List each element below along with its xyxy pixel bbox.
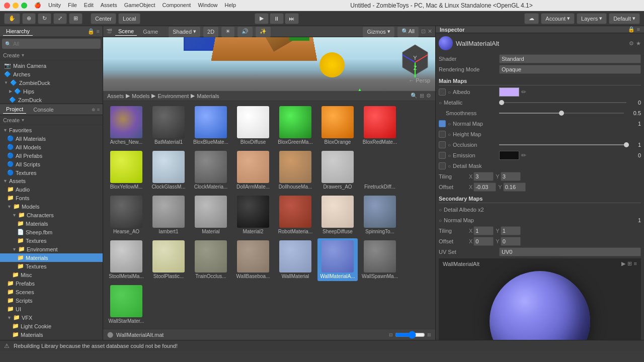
sec-offset-y-input[interactable] xyxy=(501,237,521,246)
asset-item-sheep[interactable]: SheepDiffuse xyxy=(317,194,358,236)
assets-path-segment[interactable]: Models xyxy=(132,93,149,99)
occlusion-checkbox[interactable] xyxy=(439,141,446,148)
tree-item-light-cookie[interactable]: 📁 Light Cookie xyxy=(0,322,103,330)
play-button[interactable]: ▶ xyxy=(255,13,269,24)
cloud-btn[interactable]: ☁ xyxy=(524,13,539,24)
asset-item-hearse[interactable]: Hearse_AO xyxy=(106,194,146,236)
search-icon[interactable]: 🔍 xyxy=(411,93,418,99)
normal-map-checkbox[interactable] xyxy=(439,120,446,127)
step-button[interactable]: ⏭ xyxy=(285,13,299,24)
hierarchy-menu-icon[interactable]: ≡ xyxy=(97,28,100,35)
asset-item-dollarm[interactable]: DollArmMate... xyxy=(233,149,273,192)
local-global-btn[interactable]: Local xyxy=(118,13,140,24)
smoothness-slider[interactable] xyxy=(499,113,624,114)
audio-btn[interactable]: 🔊 xyxy=(237,26,253,37)
tree-item-scripts[interactable]: 📁 Scripts xyxy=(0,296,103,305)
tree-item-all-scripts[interactable]: 🔵 All Scripts xyxy=(0,160,103,168)
asset-item-batmaterial1[interactable]: BatMaterial1 xyxy=(148,104,189,147)
asset-item-wallmaterialalt[interactable]: WallMaterialA... xyxy=(317,238,358,281)
tree-item-env-materials[interactable]: 📁 Materials xyxy=(0,253,103,262)
file-menu-item[interactable]: File xyxy=(68,2,77,9)
tree-item-all-models[interactable]: 🔵 All Models xyxy=(0,143,103,151)
console-tab[interactable]: Console xyxy=(30,106,56,114)
hierarchy-item-arches[interactable]: 🔷 Arches xyxy=(0,70,103,78)
emission-edit-icon[interactable]: ✏ xyxy=(521,152,526,159)
sec-offset-x-input[interactable] xyxy=(473,237,494,246)
offset-x-input[interactable] xyxy=(473,183,496,192)
asset-item-robot[interactable]: RobotMateria... xyxy=(275,194,315,236)
lighting-btn[interactable]: ☀ xyxy=(221,26,235,37)
tree-item-char-materials[interactable]: 📁 Materials xyxy=(0,219,103,228)
inspector-menu-icon[interactable]: ≡ xyxy=(637,26,640,33)
hierarchy-item-hips[interactable]: ▶ 🔷 Hips xyxy=(0,87,103,96)
asset-item-bloxblue[interactable]: BloxBlueMate... xyxy=(191,104,231,147)
minimize-button[interactable] xyxy=(13,3,19,9)
close-button[interactable] xyxy=(4,3,10,9)
effects-btn[interactable]: ✨ xyxy=(255,26,271,37)
asset-item-bloxorange[interactable]: BloxOrange xyxy=(317,104,358,147)
albedo-edit-icon[interactable]: ✏ xyxy=(521,88,526,96)
asset-item-arches[interactable]: Arches_New... xyxy=(106,104,146,147)
scene-search[interactable]: 🔍All xyxy=(397,26,419,37)
asset-item-clockmaterial[interactable]: ClockMateria... xyxy=(191,149,231,192)
albedo-checkbox[interactable] xyxy=(439,88,446,96)
settings-icon[interactable]: ⚙ xyxy=(426,93,431,99)
shading-dropdown[interactable]: Shaded ▾ xyxy=(168,26,201,37)
gameobject-menu-item[interactable]: GameObject xyxy=(124,2,155,9)
assets-menu-item[interactable]: Assets xyxy=(101,2,117,9)
hierarchy-create-btn[interactable]: Create xyxy=(3,52,20,58)
hierarchy-item-zombieduck[interactable]: ▼ 🔷 ZombieDuck xyxy=(0,78,103,87)
component-menu-item[interactable]: Component xyxy=(163,2,191,9)
apple-menu[interactable]: 🍎 xyxy=(34,2,41,9)
hierarchy-item-zomduck[interactable]: 🔷 ZomDuck xyxy=(0,96,103,104)
tree-item-prefabs[interactable]: 📁 Prefabs xyxy=(0,279,103,288)
hierarchy-item-main-camera[interactable]: 📷 Main Camera xyxy=(0,61,103,70)
assets-header[interactable]: ▼ Assets xyxy=(0,177,103,185)
asset-item-dollhouse[interactable]: DollhouseMa... xyxy=(275,149,315,192)
favorites-header[interactable]: ▼ Favorites xyxy=(0,126,103,134)
center-pivot-btn[interactable]: Center xyxy=(91,13,116,24)
tree-item-audio[interactable]: 📁 Audio xyxy=(0,185,103,194)
tree-item-models[interactable]: ▼ 📁 Models xyxy=(0,202,103,211)
asset-size-slider[interactable] xyxy=(395,331,425,339)
emission-color-swatch[interactable] xyxy=(499,151,519,160)
hierarchy-lock-icon[interactable]: 🔒 xyxy=(88,28,95,35)
tree-item-characters[interactable]: ▼ 📁 Characters xyxy=(0,211,103,219)
asset-item-train[interactable]: TrainOcclus... xyxy=(191,238,231,281)
asset-item-wallbaseboard[interactable]: WallBaseboa... xyxy=(233,238,273,281)
inspector-bookmark-icon[interactable]: ★ xyxy=(636,40,641,47)
asset-item-stoolmetal[interactable]: StoolMetalMa... xyxy=(106,238,146,281)
uv-set-dropdown[interactable]: UV0 UV1 xyxy=(499,247,641,256)
inspector-lock-icon[interactable]: 🔒 xyxy=(628,26,635,33)
scene-tab[interactable]: Scene xyxy=(115,27,137,36)
tree-item-textures[interactable]: 🔵 Textures xyxy=(0,168,103,177)
tiling-y-input[interactable] xyxy=(501,172,521,181)
asset-item-wallmaterial[interactable]: WallMaterial xyxy=(275,238,315,281)
pause-button[interactable]: ⏸ xyxy=(270,13,284,24)
preview-settings-icon[interactable]: ≡ xyxy=(634,260,637,267)
asset-item-bloxyyellow[interactable]: BloxYellowM... xyxy=(106,149,146,192)
2d-btn[interactable]: 2D xyxy=(203,26,219,37)
preview-grid-icon[interactable]: ⊞ xyxy=(627,260,632,267)
assets-path-segment[interactable]: Assets xyxy=(107,93,124,99)
account-btn[interactable]: Account ▾ xyxy=(541,13,575,24)
asset-item-stoolplastic[interactable]: StoolPlastic... xyxy=(148,238,189,281)
rendering-mode-dropdown[interactable]: Opaque xyxy=(499,65,641,74)
height-map-checkbox[interactable] xyxy=(439,131,446,138)
tree-item-ui[interactable]: 📁 UI xyxy=(0,305,103,313)
asset-item-bloxred[interactable]: BloxRedMate... xyxy=(360,104,400,147)
rect-tool-btn[interactable]: ⊞ xyxy=(69,13,83,24)
scale-tool-btn[interactable]: ⤢ xyxy=(53,13,67,24)
tree-item-env-textures[interactable]: 📁 Textures xyxy=(0,262,103,270)
offset-y-input[interactable] xyxy=(503,183,526,192)
tree-item-all-materials[interactable]: 🔵 All Materials xyxy=(0,134,103,143)
asset-item-material2[interactable]: Material2 xyxy=(233,194,273,236)
layers-btn[interactable]: Layers ▾ xyxy=(577,13,607,24)
asset-item-bloxdiffuse[interactable]: BloxDiffuse xyxy=(233,104,273,147)
tree-item-vfx[interactable]: ▼ 📁 VFX xyxy=(0,313,103,322)
asset-item-firetruck[interactable]: FiretruckDiff... xyxy=(360,149,400,192)
window-menu-item[interactable]: Window xyxy=(198,2,217,9)
hierarchy-search[interactable]: 🔍 All xyxy=(2,39,101,49)
tree-item-scenes[interactable]: 📁 Scenes xyxy=(0,288,103,296)
project-tab[interactable]: Project xyxy=(3,105,26,114)
